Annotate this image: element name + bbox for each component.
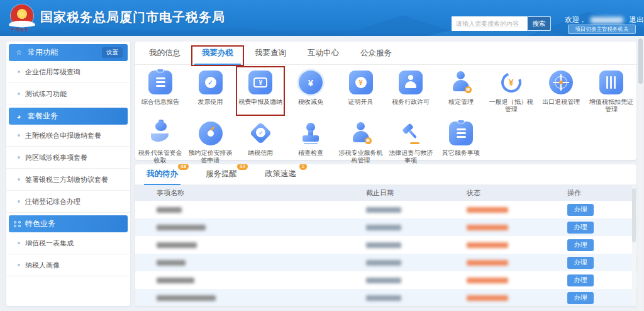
table-header: 事项名称 截止日期 状态 操作 xyxy=(135,185,636,201)
redacted-status xyxy=(467,295,508,301)
redacted-deadline xyxy=(366,295,401,301)
sidebar-section-featured[interactable]: 特色业务 xyxy=(9,215,128,232)
service-advance-pricing[interactable]: 预约定价安排谈签申请 xyxy=(186,121,236,164)
redacted-deadline xyxy=(366,242,401,248)
tab-query[interactable]: 我要查询 xyxy=(248,42,292,65)
table-row: 办理 xyxy=(135,271,636,289)
logout-link[interactable]: 退出 xyxy=(630,15,644,25)
table-scrollbar[interactable] xyxy=(632,186,636,305)
redacted-status xyxy=(467,242,508,248)
header-search: 搜索 xyxy=(452,16,551,31)
site-title: 国家税务总局厦门市电子税务局 xyxy=(40,0,225,36)
service-certificate-issue[interactable]: ¥ 证明开具 xyxy=(336,70,386,113)
sidebar-section-title: 常用功能 xyxy=(28,47,58,58)
sidebar-item-deregistration[interactable]: 注销登记综合办理 xyxy=(6,191,130,213)
redacted-item-name xyxy=(157,242,197,248)
service-export-refund[interactable]: 出口退税管理 xyxy=(536,70,587,113)
sidebar-item-joint-declare[interactable]: 主附税联合申报缴纳套餐 xyxy=(6,125,130,147)
page-scrollbar-thumb[interactable] xyxy=(638,38,643,84)
compass-icon xyxy=(198,121,223,146)
sidebar-item-credit-query[interactable]: 企业信用等级查询 xyxy=(6,61,130,83)
sidebar-item-vat-onetable[interactable]: 增值税一表集成 xyxy=(6,232,130,254)
sidebar-section-title: 套餐业务 xyxy=(28,111,58,122)
service-legal-remedy[interactable]: 法律追责与救济事项 xyxy=(386,121,436,164)
redacted-status xyxy=(467,260,508,266)
search-button[interactable]: 搜索 xyxy=(527,16,551,31)
bullet-icon xyxy=(18,156,20,159)
service-tax-credit[interactable]: ✓ 纳税信用 xyxy=(235,121,286,164)
tab-my-todo[interactable]: 我的待办 43 xyxy=(147,164,178,185)
col-item-name: 事项名称 xyxy=(135,188,366,198)
redacted-item-name xyxy=(157,260,186,266)
welcome-label: 欢迎， xyxy=(565,15,587,25)
table-scrollbar-thumb[interactable] xyxy=(632,188,636,242)
table-row: 办理 xyxy=(135,201,636,218)
service-row-2: 税务代保管资金收取 预约定价安排谈签申请 ✓ 纳税信用 稽查检查 ✱ 涉税专业服… xyxy=(135,121,636,164)
handle-button[interactable]: 办理 xyxy=(567,239,594,251)
bullet-icon xyxy=(18,71,20,73)
service-audit-inspection[interactable]: 稽查检查 xyxy=(286,121,336,164)
national-emblem-logo: ★ 中国税务 xyxy=(9,4,35,31)
redacted-deadline xyxy=(366,207,401,213)
service-tax-agency-mgmt[interactable]: ✱ 涉税专业服务机构管理 xyxy=(336,121,386,164)
service-general-refund[interactable]: ¥ 一般退（抵）税管理 xyxy=(486,70,536,113)
tab-my-info[interactable]: 我的信息 xyxy=(143,42,187,65)
todo-panel: 我的待办 43 服务提醒 34 政策速递 1 事项名称 截止日期 状态 操作 办… xyxy=(135,164,636,306)
handle-button[interactable]: 办理 xyxy=(567,274,594,286)
settings-button[interactable]: 设置 xyxy=(102,47,123,58)
table-row: 办理 xyxy=(135,289,636,306)
sidebar-item-taxpayer-portrait[interactable]: 纳税人画像 xyxy=(6,254,130,276)
handle-button[interactable]: 办理 xyxy=(567,257,594,269)
service-tax-relief[interactable]: ¥ 税收减免 xyxy=(286,70,336,113)
search-input[interactable] xyxy=(452,16,527,31)
grid-dots-icon xyxy=(14,221,21,227)
sidebar-item-tripartite[interactable]: 签署银税三方划缴协议套餐 xyxy=(6,169,130,191)
service-comprehensive-info[interactable]: 综合信息报告 xyxy=(135,70,186,113)
service-vat-deduction-voucher[interactable]: 增值税抵扣凭证管理 xyxy=(586,70,636,113)
table-row: 办理 xyxy=(135,254,636,271)
service-tax-declare-pay[interactable]: ¥ 税费申报及缴纳 xyxy=(235,70,286,113)
page-scrollbar[interactable] xyxy=(638,36,643,311)
handle-button[interactable]: 办理 xyxy=(567,204,594,216)
services-panel: 我的信息 我要办税 我要查询 互动中心 公众服务 综合信息报告 ✓ 发票使用 ¥… xyxy=(135,42,636,160)
tab-policy-express[interactable]: 政策速递 1 xyxy=(265,164,296,185)
todo-tabs: 我的待办 43 服务提醒 34 政策速递 1 xyxy=(135,164,636,185)
handle-button[interactable]: 办理 xyxy=(567,222,594,234)
redacted-item-name xyxy=(157,225,206,230)
globe-icon xyxy=(548,70,574,95)
ticket-check-icon: ✓ xyxy=(198,70,223,95)
sidebar-section-common[interactable]: ☆ 常用功能 设置 xyxy=(9,44,128,61)
col-status: 状态 xyxy=(467,188,567,198)
voucher-book-icon xyxy=(599,70,624,95)
service-other[interactable]: 其它服务事项 xyxy=(436,121,486,164)
bullet-icon xyxy=(18,200,20,203)
service-row-1: 综合信息报告 ✓ 发票使用 ¥ 税费申报及缴纳 ¥ 税收减免 ¥ 证明开具 xyxy=(135,70,636,113)
table-row: 办理 xyxy=(135,218,636,236)
handle-button[interactable]: 办理 xyxy=(567,292,594,304)
tab-tax-handling[interactable]: 我要办税 xyxy=(196,42,240,65)
redacted-status xyxy=(467,225,508,230)
service-assessment-mgmt[interactable]: ✱ 核定管理 xyxy=(436,70,486,113)
redacted-item-name xyxy=(157,278,194,283)
sidebar-section-package[interactable]: ◕ 套餐业务 xyxy=(9,108,128,125)
coin-icon: ¥ xyxy=(298,70,323,95)
gavel-icon xyxy=(398,121,423,146)
service-invoice-use[interactable]: ✓ 发票使用 xyxy=(186,70,236,113)
switch-tax-authority-button[interactable]: 项目切换主管税务机关 xyxy=(568,25,636,34)
tab-service-reminder[interactable]: 服务提醒 34 xyxy=(206,164,237,185)
bullet-icon xyxy=(18,93,20,95)
sidebar-item-practice[interactable]: 测试练习功能 xyxy=(6,83,130,105)
bullet-icon xyxy=(18,264,20,266)
redacted-item-name xyxy=(157,207,182,213)
app-header: ★ 中国税务 国家税务总局厦门市电子税务局 搜索 欢迎， 退出 项目切换主管税务… xyxy=(0,0,644,36)
service-admin-license[interactable]: 税务行政许可 xyxy=(386,70,436,113)
sidebar-item-cross-region[interactable]: 跨区域涉税事项套餐 xyxy=(6,147,130,169)
tab-interaction[interactable]: 互动中心 xyxy=(301,42,345,65)
table-body: 办理 办理 办理 办理 办理 xyxy=(135,201,636,306)
person-gear-icon: ✱ xyxy=(348,121,374,146)
refund-cycle-icon: ¥ xyxy=(499,70,524,95)
service-custody-funds[interactable]: 税务代保管资金收取 xyxy=(135,121,186,164)
tab-public-service[interactable]: 公众服务 xyxy=(354,42,398,65)
person-gear-icon: ✱ xyxy=(448,70,474,95)
reminder-count-badge: 34 xyxy=(237,164,248,170)
